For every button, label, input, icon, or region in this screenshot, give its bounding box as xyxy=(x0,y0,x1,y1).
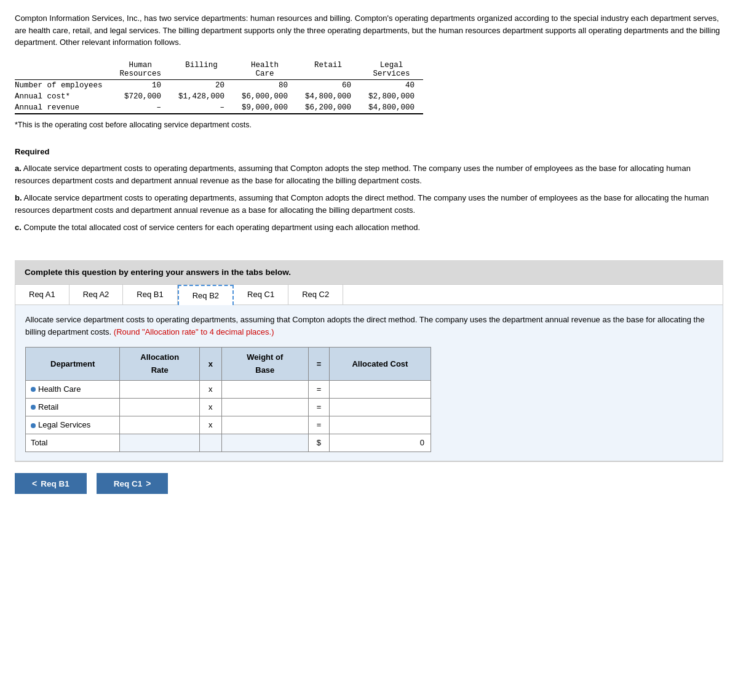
cell-billing-revenue: – xyxy=(170,102,233,114)
next-button-label: Req C1 xyxy=(114,479,143,488)
tab-req-c1[interactable]: Req C1 xyxy=(234,285,288,304)
cell-hr-cost: $720,000 xyxy=(111,91,170,102)
col-header-human-resources: HumanResources xyxy=(111,60,170,80)
cell-hr-revenue: – xyxy=(111,102,170,114)
dept-health-care: Health Care xyxy=(26,380,120,398)
weight-cell-retail[interactable] xyxy=(221,398,309,416)
cell-hc-employees: 80 xyxy=(233,79,296,91)
col-header-retail: Retail xyxy=(296,60,360,80)
tabs-container: Req A1 Req A2 Req B1 Req B2 Req C1 Req C… xyxy=(15,284,723,462)
nav-buttons: < Req B1 Req C1 > xyxy=(15,473,723,494)
table-row: Retail x = xyxy=(26,398,431,416)
total-label: Total xyxy=(26,434,120,452)
cost-input-retail[interactable] xyxy=(335,402,390,412)
tab-req-a1[interactable]: Req A1 xyxy=(15,285,69,304)
rate-cell-health-care[interactable] xyxy=(120,380,200,398)
cell-hr-employees: 10 xyxy=(111,79,170,91)
weight-input-retail[interactable] xyxy=(227,402,282,412)
table-row: Number of employees 10 20 80 60 40 xyxy=(15,79,423,91)
weight-cell-legal[interactable] xyxy=(221,416,309,434)
cell-billing-cost: $1,428,000 xyxy=(170,91,233,102)
req-b-text: Allocate service department costs to ope… xyxy=(15,193,709,215)
cell-legal-cost: $2,800,000 xyxy=(360,91,423,102)
cell-retail-revenue: $6,200,000 xyxy=(296,102,360,114)
table-row: Legal Services x = xyxy=(26,416,431,434)
req-a-text: Allocate service department costs to ope… xyxy=(15,164,691,185)
eq-cell-retail: = xyxy=(309,398,330,416)
cell-retail-employees: 60 xyxy=(296,79,360,91)
col-header-allocation-rate: AllocationRate xyxy=(120,348,200,380)
required-label: Required xyxy=(15,147,723,156)
rate-input-legal[interactable] xyxy=(125,420,180,429)
info-table: HumanResources Billing HealthCare Retail… xyxy=(15,60,423,114)
tab-req-b1[interactable]: Req B1 xyxy=(123,285,177,304)
cell-legal-employees: 40 xyxy=(360,79,423,91)
col-header-weight-of-base: Weight ofBase xyxy=(221,348,309,380)
total-dollar-sign: $ xyxy=(309,434,330,452)
rate-input-health-care[interactable] xyxy=(125,384,180,394)
req-c-text: Compute the total allocated cost of serv… xyxy=(23,223,420,232)
total-x-blank xyxy=(200,434,221,452)
weight-cell-health-care[interactable] xyxy=(221,380,309,398)
cost-input-legal[interactable] xyxy=(335,420,390,429)
row-label-annual-revenue: Annual revenue xyxy=(15,102,111,114)
req-c-letter: c. xyxy=(15,223,22,232)
rate-cell-retail[interactable] xyxy=(120,398,200,416)
total-rate-blank xyxy=(120,434,200,452)
tabs-row: Req A1 Req A2 Req B1 Req B2 Req C1 Req C… xyxy=(15,285,723,305)
req-a-letter: a. xyxy=(15,164,22,173)
col-header-health-care: HealthCare xyxy=(233,60,296,80)
tab-req-b2[interactable]: Req B2 xyxy=(178,285,234,305)
col-header-billing: Billing xyxy=(170,60,233,80)
col-header-blank xyxy=(15,60,111,80)
eq-cell-legal: = xyxy=(309,416,330,434)
cell-hc-cost: $6,000,000 xyxy=(233,91,296,102)
weight-input-legal[interactable] xyxy=(227,420,282,429)
cost-cell-retail[interactable] xyxy=(329,398,430,416)
x-cell-legal: x xyxy=(200,416,221,434)
cell-retail-cost: $4,800,000 xyxy=(296,91,360,102)
x-cell-health-care: x xyxy=(200,380,221,398)
cell-legal-revenue: $4,800,000 xyxy=(360,102,423,114)
weight-input-health-care[interactable] xyxy=(227,384,282,394)
x-cell-retail: x xyxy=(200,398,221,416)
requirement-a: a. Allocate service department costs to … xyxy=(15,162,723,187)
prev-button[interactable]: < Req B1 xyxy=(15,473,87,494)
indicator-health-care xyxy=(31,387,36,392)
row-label-employees: Number of employees xyxy=(15,79,111,91)
tab-content-b2: Allocate service department costs to ope… xyxy=(15,305,723,461)
col-header-legal-services: LegalServices xyxy=(360,60,423,80)
cost-input-health-care[interactable] xyxy=(335,384,390,394)
intro-paragraph: Compton Information Services, Inc., has … xyxy=(15,12,723,49)
tab-content-red-text: (Round "Allocation rate" to 4 decimal pl… xyxy=(114,327,274,336)
next-button[interactable]: Req C1 > xyxy=(97,473,169,494)
rate-cell-legal[interactable] xyxy=(120,416,200,434)
total-row: Total $ 0 xyxy=(26,434,431,452)
rate-input-retail[interactable] xyxy=(125,402,180,412)
cost-cell-health-care[interactable] xyxy=(329,380,430,398)
allocation-table: Department AllocationRate x Weight ofBas… xyxy=(25,347,431,452)
dept-legal-services: Legal Services xyxy=(26,416,120,434)
cost-cell-legal[interactable] xyxy=(329,416,430,434)
complete-box: Complete this question by entering your … xyxy=(15,260,723,284)
row-label-annual-cost: Annual cost* xyxy=(15,91,111,102)
dept-retail: Retail xyxy=(26,398,120,416)
col-header-equals: = xyxy=(309,348,330,380)
cell-hc-revenue: $9,000,000 xyxy=(233,102,296,114)
table-row: Annual revenue – – $9,000,000 $6,200,000… xyxy=(15,102,423,114)
indicator-legal-services xyxy=(31,423,36,428)
intro-text: Compton Information Services, Inc., has … xyxy=(15,14,720,47)
req-b-letter: b. xyxy=(15,193,22,202)
complete-box-text: Complete this question by entering your … xyxy=(25,268,291,277)
tab-req-a2[interactable]: Req A2 xyxy=(69,285,124,304)
requirement-c: c. Compute the total allocated cost of s… xyxy=(15,221,723,234)
footnote: *This is the operating cost before alloc… xyxy=(15,121,723,129)
eq-cell-health-care: = xyxy=(309,380,330,398)
table-row: Annual cost* $720,000 $1,428,000 $6,000,… xyxy=(15,91,423,102)
next-arrow-icon: > xyxy=(146,479,151,488)
total-value: 0 xyxy=(329,434,430,452)
prev-button-label: Req B1 xyxy=(41,479,69,488)
cell-billing-employees: 20 xyxy=(170,79,233,91)
tab-req-c2[interactable]: Req C2 xyxy=(288,285,343,304)
indicator-retail xyxy=(31,405,36,410)
